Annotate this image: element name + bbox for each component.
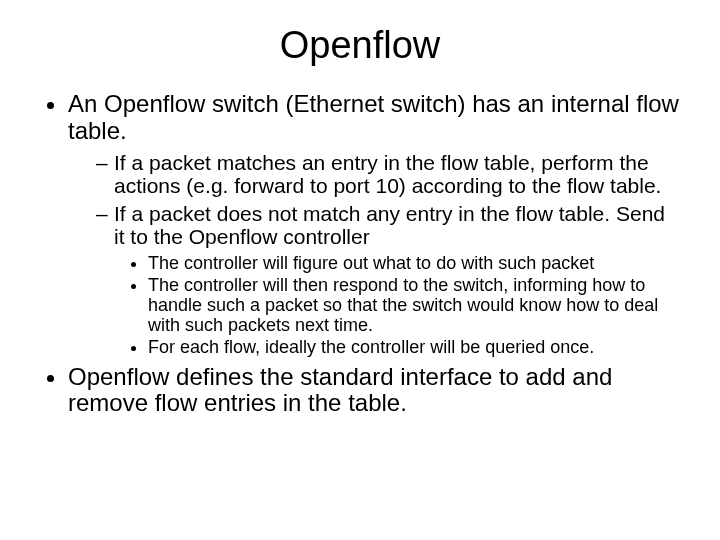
bullet-text: For each flow, ideally the controller wi… (148, 337, 594, 357)
bullet-item: For each flow, ideally the controller wi… (148, 337, 680, 357)
bullet-text: If a packet does not match any entry in … (114, 202, 665, 249)
bullet-text: The controller will figure out what to d… (148, 253, 594, 273)
bullet-item: An Openflow switch (Ethernet switch) has… (68, 91, 680, 358)
bullet-text: If a packet matches an entry in the flow… (114, 151, 661, 198)
bullet-item: If a packet does not match any entry in … (96, 202, 680, 358)
bullet-list-level3: The controller will figure out what to d… (114, 253, 680, 358)
bullet-item: If a packet matches an entry in the flow… (96, 151, 680, 198)
bullet-text: The controller will then respond to the … (148, 275, 658, 335)
bullet-list-level1: An Openflow switch (Ethernet switch) has… (40, 91, 680, 417)
slide-title: Openflow (40, 24, 680, 67)
bullet-item: Openflow defines the standard interface … (68, 364, 680, 418)
bullet-item: The controller will then respond to the … (148, 275, 680, 335)
bullet-text: An Openflow switch (Ethernet switch) has… (68, 90, 679, 144)
bullet-list-level2: If a packet matches an entry in the flow… (68, 151, 680, 358)
bullet-text: Openflow defines the standard interface … (68, 363, 612, 417)
bullet-item: The controller will figure out what to d… (148, 253, 680, 273)
slide: Openflow An Openflow switch (Ethernet sw… (0, 0, 720, 540)
